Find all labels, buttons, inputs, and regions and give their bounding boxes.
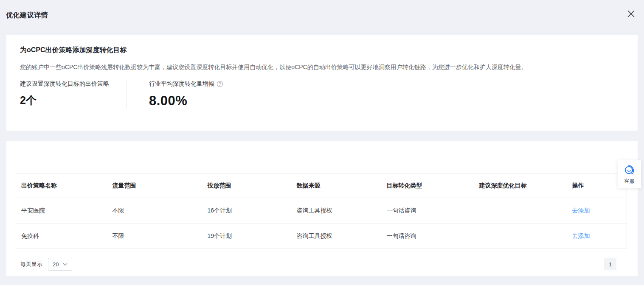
stat-label: 建议设置深度转化目标的出价策略: [20, 80, 127, 88]
modal-header: 优化建议详情: [0, 0, 644, 35]
stat-label: 行业平均深度转化量增幅 ?: [149, 80, 223, 88]
per-page-label: 每页显示: [20, 260, 42, 268]
column-header: 目标转化类型: [382, 173, 474, 198]
table-cell: [474, 198, 567, 224]
service-label: 客服: [624, 178, 635, 185]
close-icon: [627, 9, 636, 18]
stats-divider: [127, 80, 127, 109]
table-body: 平安医院不限16个计划咨询工具授权一句话咨询去添加免疫科不限19个计划咨询工具授…: [16, 198, 627, 249]
strategy-table: 出价策略名称流量范围投放范围数据来源目标转化类型建议深度优化目标操作 平安医院不…: [16, 173, 627, 249]
table-cell: 免疫科: [16, 224, 107, 249]
suggestion-title: 为oCPC出价策略添加深度转化目标: [20, 46, 624, 55]
table-cell: 一句话咨询: [382, 224, 474, 249]
headset-icon: [624, 164, 635, 176]
table-cell-action: 去添加: [567, 224, 627, 249]
stat-value: 8.00%: [149, 93, 223, 109]
table-row: 免疫科不限19个计划咨询工具授权一句话咨询去添加: [16, 224, 627, 249]
table-cell: 不限: [107, 224, 202, 249]
per-page-control: 每页显示 20: [20, 258, 72, 271]
close-button[interactable]: [627, 9, 636, 18]
column-header: 建议深度优化目标: [474, 173, 567, 198]
table-header-row: 出价策略名称流量范围投放范围数据来源目标转化类型建议深度优化目标操作: [16, 173, 627, 198]
stat-value: 2个: [20, 93, 127, 107]
column-header: 数据来源: [292, 173, 382, 198]
stats-row: 建议设置深度转化目标的出价策略 2个 行业平均深度转化量增幅 ? 8.00%: [20, 80, 624, 109]
stat-strategy-count: 建议设置深度转化目标的出价策略 2个: [20, 80, 127, 109]
page-number-button[interactable]: 1: [604, 258, 616, 270]
strategy-table-card: 出价策略名称流量范围投放范围数据来源目标转化类型建议深度优化目标操作 平安医院不…: [6, 141, 638, 276]
stat-label-text: 行业平均深度转化量增幅: [149, 80, 214, 88]
help-icon[interactable]: ?: [217, 81, 223, 87]
suggestion-card: 为oCPC出价策略添加深度转化目标 您的账户中一些oCPC出价策略浅层转化数据较…: [6, 35, 638, 131]
table-cell: 平安医院: [16, 198, 107, 224]
per-page-select[interactable]: 20: [48, 258, 72, 271]
per-page-value: 20: [53, 261, 59, 268]
page-title: 优化建议详情: [6, 11, 48, 20]
go-add-link[interactable]: 去添加: [572, 232, 590, 239]
table-cell: 咨询工具授权: [292, 198, 382, 224]
pagination-bar: 每页显示 20 1: [16, 258, 627, 271]
customer-service-widget[interactable]: 客服: [618, 160, 641, 188]
table-cell: 咨询工具授权: [292, 224, 382, 249]
table-cell: 19个计划: [202, 224, 292, 249]
table-cell-action: 去添加: [567, 198, 627, 224]
table-cell: [474, 224, 567, 249]
stat-industry-avg: 行业平均深度转化量增幅 ? 8.00%: [149, 80, 223, 109]
table-cell: 不限: [107, 198, 202, 224]
table-cell: 16个计划: [202, 198, 292, 224]
suggestion-description: 您的账户中一些oCPC出价策略浅层转化数据较为丰富，建议您设置深度转化目标并使用…: [20, 64, 624, 71]
go-add-link[interactable]: 去添加: [572, 207, 590, 214]
column-header: 投放范围: [202, 173, 292, 198]
chevron-down-icon: [63, 263, 67, 266]
column-header: 出价策略名称: [16, 173, 107, 198]
table-cell: 一句话咨询: [382, 198, 474, 224]
column-header: 流量范围: [107, 173, 202, 198]
table-row: 平安医院不限16个计划咨询工具授权一句话咨询去添加: [16, 198, 627, 224]
